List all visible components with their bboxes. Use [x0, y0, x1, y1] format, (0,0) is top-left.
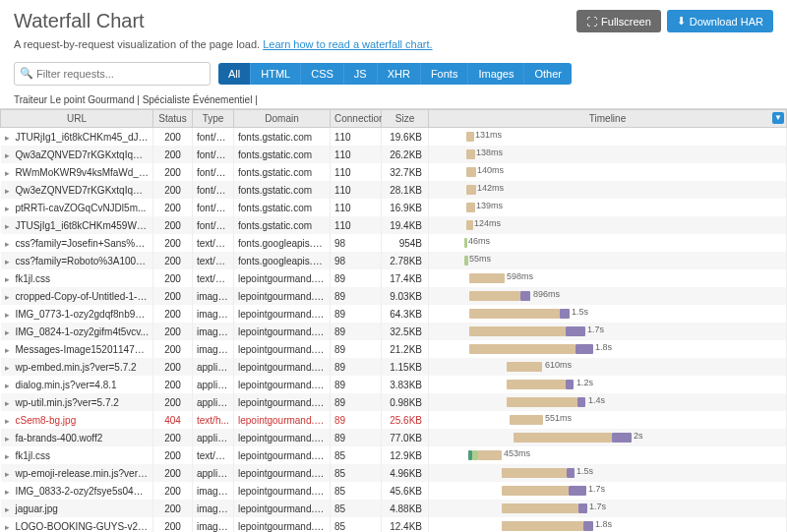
col-status[interactable]: Status — [153, 110, 193, 128]
tab-fonts[interactable]: Fonts — [421, 63, 469, 85]
table-row[interactable]: ▸IMG_0773-1-ozy2gdqf8nb9b...200image/...… — [1, 305, 787, 323]
learn-link[interactable]: Learn how to read a waterfall chart. — [263, 38, 432, 50]
tab-other[interactable]: Other — [524, 63, 572, 85]
search-icon: 🔍 — [20, 67, 33, 80]
col-size[interactable]: Size — [382, 110, 429, 128]
breadcrumb: Traiteur Le point Gourmand | Spécialiste… — [0, 91, 787, 108]
table-row[interactable]: ▸ptRRTi-cavZOGqCvNJDl5m...200font/w...fo… — [1, 199, 787, 216]
table-row[interactable]: ▸css?family=Roboto%3A100%...200text/cssf… — [1, 252, 787, 269]
table-row[interactable]: ▸dialog.min.js?ver=4.8.1200applic...lepo… — [1, 376, 787, 393]
subtitle: A request-by-request visualization of th… — [0, 38, 787, 62]
expand-icon[interactable]: ▸ — [5, 257, 14, 266]
filter-input[interactable] — [14, 62, 211, 86]
table-row[interactable]: ▸LOGO-BOOKING-GUYS-v2.png200image/...lep… — [1, 517, 787, 532]
tab-images[interactable]: Images — [468, 63, 524, 85]
expand-icon[interactable]: ▸ — [5, 522, 14, 531]
expand-icon[interactable]: ▸ — [5, 310, 14, 319]
tab-js[interactable]: JS — [344, 63, 378, 85]
table-row[interactable]: ▸IMG_0833-2-ozy2fsye5s04bq...200image/..… — [1, 482, 787, 500]
table-row[interactable]: ▸fa-brands-400.woff2200applic...lepointg… — [1, 429, 787, 446]
fullscreen-button[interactable]: ⛶ Fullscreen — [576, 10, 661, 32]
expand-icon[interactable]: ▸ — [5, 292, 14, 301]
expand-icon[interactable]: ▸ — [5, 504, 14, 513]
col-timeline[interactable]: Timeline▼ — [429, 110, 787, 128]
expand-icon[interactable]: ▸ — [5, 363, 14, 372]
expand-icon[interactable]: ▸ — [5, 327, 14, 336]
col-domain[interactable]: Domain — [234, 110, 331, 128]
expand-icon[interactable]: ▸ — [5, 416, 14, 425]
table-row[interactable]: ▸Qw3aZQNVED7rKGKxtqIqX5...200font/w...fo… — [1, 146, 787, 163]
page-title: Waterfall Chart — [14, 10, 145, 32]
expand-icon[interactable]: ▸ — [5, 345, 14, 354]
tab-all[interactable]: All — [218, 63, 251, 85]
tab-html[interactable]: HTML — [251, 63, 301, 85]
expand-icon[interactable]: ▸ — [5, 487, 14, 496]
expand-icon[interactable]: ▸ — [5, 221, 14, 230]
table-row[interactable]: ▸cSem8-bg.jpg404text/h...lepointgourmand… — [1, 411, 787, 429]
expand-icon[interactable]: ▸ — [5, 239, 14, 248]
waterfall-table: URL Status Type Domain Connection Size T… — [0, 109, 787, 532]
download-har-button[interactable]: ⬇ Download HAR — [667, 10, 773, 32]
expand-icon[interactable]: ▸ — [5, 434, 14, 443]
expand-icon[interactable]: ▸ — [5, 133, 14, 142]
expand-icon[interactable]: ▸ — [5, 451, 14, 460]
table-row[interactable]: ▸Qw3eZQNVED7rKGKxtqIqX5...200font/w...fo… — [1, 181, 787, 199]
expand-icon[interactable]: ▸ — [5, 150, 14, 159]
chevron-down-icon[interactable]: ▼ — [772, 112, 784, 124]
expand-icon[interactable]: ▸ — [5, 469, 14, 478]
expand-icon[interactable]: ▸ — [5, 274, 14, 283]
expand-icon[interactable]: ▸ — [5, 168, 14, 177]
table-row[interactable]: ▸wp-emoji-release.min.js?ver=...200appli… — [1, 464, 787, 482]
table-row[interactable]: ▸RWmMoKWR9v4ksMfaWd_J...200font/w...font… — [1, 163, 787, 181]
table-row[interactable]: ▸IMG_0824-1-ozy2gifm4t5vcv...200image/..… — [1, 323, 787, 340]
table-row[interactable]: ▸wp-embed.min.js?ver=5.7.2200applic...le… — [1, 358, 787, 376]
table-row[interactable]: ▸cropped-Copy-of-Untitled-1-1...200image… — [1, 287, 787, 305]
tab-xhr[interactable]: XHR — [378, 63, 421, 85]
table-row[interactable]: ▸JTURjIg1_i6t8kCHKm45_dJE...200font/w...… — [1, 128, 787, 147]
fullscreen-icon: ⛶ — [586, 16, 597, 28]
table-row[interactable]: ▸JTUSjIg1_i6t8kCHKm459Wlh...200font/w...… — [1, 216, 787, 234]
table-row[interactable]: ▸css?family=Josefin+Sans%3...200text/css… — [1, 234, 787, 252]
download-icon: ⬇ — [677, 15, 686, 28]
expand-icon[interactable]: ▸ — [5, 186, 14, 195]
col-url[interactable]: URL — [1, 110, 153, 128]
expand-icon[interactable]: ▸ — [5, 381, 14, 389]
table-row[interactable]: ▸wp-util.min.js?ver=5.7.2200applic...lep… — [1, 393, 787, 411]
table-row[interactable]: ▸Messages-Image1520114787...200image/...… — [1, 340, 787, 358]
col-type[interactable]: Type — [193, 110, 234, 128]
tab-css[interactable]: CSS — [301, 63, 344, 85]
table-row[interactable]: ▸jaguar.jpg200image/...lepointgourmand.c… — [1, 500, 787, 517]
expand-icon[interactable]: ▸ — [5, 398, 14, 407]
filter-tabs: AllHTMLCSSJSXHRFontsImagesOther — [218, 63, 572, 85]
expand-icon[interactable]: ▸ — [5, 204, 14, 212]
table-row[interactable]: ▸fk1jl.css200text/csslepointgourmand.com… — [1, 446, 787, 464]
table-row[interactable]: ▸fk1jl.css200text/csslepointgourmand.com… — [1, 269, 787, 287]
col-connection[interactable]: Connection — [331, 110, 382, 128]
